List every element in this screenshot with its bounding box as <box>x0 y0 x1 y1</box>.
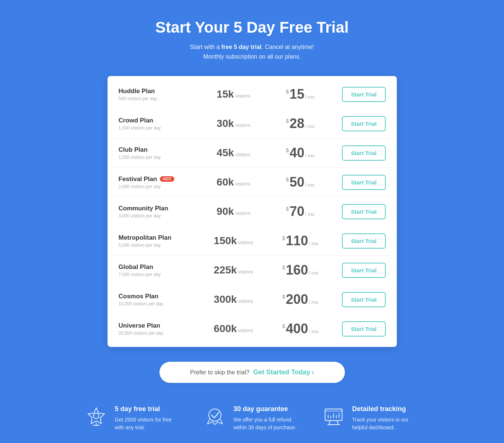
plan-price: $ 15 / mo <box>267 86 334 102</box>
plan-name: Club Plan <box>119 146 200 154</box>
plan-monthly-visitors: 150k visitors <box>200 235 267 247</box>
plan-row: Community Plan 3,000 visitors per day 90… <box>108 197 397 226</box>
svg-marker-0 <box>88 408 105 423</box>
price-amount: 110 <box>286 233 308 249</box>
visitors-number: 30k <box>217 118 234 129</box>
price-period: / mo <box>309 241 318 246</box>
plan-price: $ 40 / mo <box>267 145 334 161</box>
plan-action: Start Trial <box>334 175 386 190</box>
skip-text: Prefer to skip the trial? <box>190 369 250 376</box>
dollar-sign: $ <box>286 147 289 153</box>
visitors-number: 60k <box>217 176 234 188</box>
start-trial-button[interactable]: Start Trial <box>342 145 385 161</box>
feature-title-trial: 5 day free trial <box>115 405 182 413</box>
subtitle-bold: free 5 day trial <box>221 44 262 50</box>
guarantee-icon <box>204 405 226 427</box>
plan-name: Community Plan <box>119 205 200 212</box>
plan-price: $ 50 / mo <box>267 174 334 190</box>
plan-info: Metropolitan Plan 5,000 visitors per day <box>119 234 200 248</box>
plan-name: Festival Plan HOT <box>119 175 200 183</box>
start-trial-button[interactable]: Start Trial <box>342 204 385 219</box>
visitors-label: visitors <box>237 328 253 333</box>
plan-visitors-day: 500 visitors per day <box>119 96 200 101</box>
page-subtitle: Start with a free 5 day trial. Cancel at… <box>155 42 349 61</box>
plan-visitors-day: 3,000 visitors per day <box>119 213 200 219</box>
features-row: 5 day free trial Get 2500 visitors for f… <box>85 405 419 431</box>
plan-monthly-visitors: 30k visitors <box>200 118 267 129</box>
plan-monthly-visitors: 90k visitors <box>200 206 267 217</box>
plan-name: Cosmos Plan <box>119 293 200 300</box>
plan-info: Global Plan 7,500 visitors per day <box>119 263 200 277</box>
feature-desc-guarantee: We offer you a full refund within 30 day… <box>234 416 300 431</box>
price-period: / mo <box>305 94 314 100</box>
plan-info: Club Plan 1,500 visitors per day <box>119 146 200 160</box>
dollar-sign: $ <box>282 265 285 270</box>
plan-monthly-visitors: 15k visitors <box>200 88 267 100</box>
plan-action: Start Trial <box>334 204 386 219</box>
feature-text-trial: 5 day free trial Get 2500 visitors for f… <box>115 405 182 431</box>
plan-info: Community Plan 3,000 visitors per day <box>119 205 200 219</box>
visitors-label: visitors <box>234 181 250 187</box>
plan-visitors-day: 1,000 visitors per day <box>119 125 200 131</box>
subtitle-prefix: Start with a <box>190 44 221 50</box>
skip-banner: Prefer to skip the trial? Get Started To… <box>159 362 345 383</box>
plan-name: Global Plan <box>119 263 200 271</box>
visitors-number: 225k <box>214 264 237 276</box>
visitors-label: visitors <box>234 122 250 128</box>
start-trial-button[interactable]: Start Trial <box>342 321 385 337</box>
plan-row: Global Plan 7,500 visitors per day 225k … <box>108 256 397 285</box>
plan-price: $ 400 / mo <box>267 321 334 337</box>
plan-monthly-visitors: 600k visitors <box>200 323 267 335</box>
price-amount: 200 <box>286 292 308 307</box>
plan-action: Start Trial <box>334 321 386 337</box>
chevron-right-icon: › <box>312 368 314 376</box>
visitors-number: 15k <box>217 88 234 100</box>
plan-price: $ 200 / mo <box>267 292 334 307</box>
start-trial-button[interactable]: Start Trial <box>342 292 385 307</box>
subtitle-suffix: . Cancel at anytime! <box>261 44 314 50</box>
price-period: / mo <box>305 182 314 188</box>
visitors-label: visitors <box>237 240 253 245</box>
start-trial-button[interactable]: Start Trial <box>342 87 385 102</box>
feature-trial: 5 day free trial Get 2500 visitors for f… <box>85 405 182 431</box>
feature-tracking: Detailed tracking Track your visitors in… <box>323 405 419 431</box>
svg-point-4 <box>209 409 221 421</box>
price-amount: 160 <box>286 262 308 278</box>
dollar-sign: $ <box>286 89 289 95</box>
tracking-icon <box>323 405 345 427</box>
price-amount: 15 <box>290 86 304 102</box>
plan-action: Start Trial <box>334 87 386 102</box>
price-period: / mo <box>305 124 314 129</box>
start-trial-button[interactable]: Start Trial <box>342 175 385 190</box>
get-started-label: Get Started Today <box>253 368 310 376</box>
start-trial-button[interactable]: Start Trial <box>342 263 385 278</box>
price-amount: 50 <box>290 174 304 190</box>
get-started-link[interactable]: Get Started Today › <box>253 368 314 376</box>
dollar-sign: $ <box>286 206 289 212</box>
plan-info: Universe Plan 20,000 visitors per day <box>119 322 200 336</box>
start-trial-button[interactable]: Start Trial <box>342 116 385 131</box>
feature-desc-trial: Get 2500 visitors for free with any tria… <box>115 416 182 431</box>
feature-title-tracking: Detailed tracking <box>352 405 419 413</box>
plan-visitors-day: 1,500 visitors per day <box>119 155 200 160</box>
plan-visitors-day: 5,000 visitors per day <box>119 243 200 248</box>
price-period: / mo <box>309 329 318 334</box>
plan-info: Huddle Plan 500 visitors per day <box>119 88 200 101</box>
visitors-label: visitors <box>237 298 253 304</box>
price-period: / mo <box>309 270 318 276</box>
page-header: Start Your 5 Day Free Trial Start with a… <box>155 19 349 61</box>
plan-visitors-day: 10,000 visitors per day <box>119 301 200 306</box>
svg-line-7 <box>337 420 339 424</box>
start-trial-button[interactable]: Start Trial <box>342 233 385 249</box>
plan-row: Metropolitan Plan 5,000 visitors per day… <box>108 226 397 256</box>
page-title: Start Your 5 Day Free Trial <box>155 19 349 36</box>
feature-guarantee: 30 day guarantee We offer you a full ref… <box>204 405 300 431</box>
svg-line-6 <box>329 420 330 424</box>
visitors-label: visitors <box>234 93 250 99</box>
price-period: / mo <box>309 299 318 305</box>
plan-price: $ 28 / mo <box>267 116 334 131</box>
plan-info: Cosmos Plan 10,000 visitors per day <box>119 293 200 306</box>
plan-action: Start Trial <box>334 263 386 278</box>
dollar-sign: $ <box>282 323 285 329</box>
visitors-number: 300k <box>214 293 237 305</box>
